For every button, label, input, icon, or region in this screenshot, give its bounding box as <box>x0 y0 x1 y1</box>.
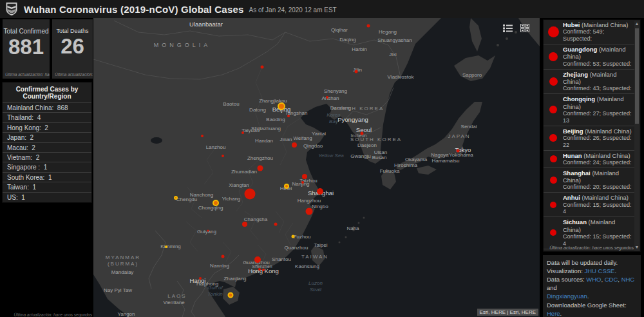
info-line: Data sources: WHO, CDC, NHC and <box>547 275 637 292</box>
country-row[interactable]: South Korea: 1 <box>3 173 91 182</box>
case-bubble[interactable] <box>457 149 460 153</box>
case-bubble[interactable] <box>287 115 290 117</box>
region-detail: Confirmed: 549; Suspected: <box>563 28 633 43</box>
region-name: Hubei (Mainland China) <box>563 21 633 28</box>
case-bubble[interactable] <box>199 277 202 280</box>
scroll-up-icon[interactable]: ▲ <box>634 21 639 27</box>
case-bubble[interactable] <box>284 184 289 189</box>
page-subtitle: As of Jan 24, 2020 12 am EST <box>249 5 337 14</box>
region-list-item[interactable]: Sichuan (Mainland China)Confirmed: 15; S… <box>544 217 634 249</box>
info-link[interactable]: NHC <box>621 276 635 283</box>
total-deaths-label: Total Deaths <box>52 28 93 34</box>
case-bubble[interactable] <box>207 230 209 232</box>
region-list-item[interactable]: Beijing (Mainland China)Confirmed: 26; S… <box>544 126 634 151</box>
right-sidebar: Hubei (Mainland China)Confirmed: 549; Su… <box>543 19 641 317</box>
total-deaths-value: 26 <box>52 35 93 58</box>
left-sidebar: Total Confirmed 881 Última actualización… <box>0 19 93 317</box>
case-bubble[interactable] <box>292 235 295 238</box>
case-bubble[interactable] <box>258 166 263 171</box>
country-row[interactable]: Vietnam: 2 <box>3 153 91 162</box>
country-row[interactable]: Macau: 2 <box>3 143 91 153</box>
region-list-panel: Hubei (Mainland China)Confirmed: 549; Su… <box>543 19 641 252</box>
region-list-item[interactable]: Shanghai (Mainland China)Confirmed: 20; … <box>544 168 634 193</box>
region-list-item[interactable]: Zhejiang (Mainland China)Confirmed: 43; … <box>544 70 634 95</box>
scrollbar[interactable]: ▲ ▼ <box>634 21 639 251</box>
country-row[interactable]: Singapore : 1 <box>3 162 91 172</box>
info-link[interactable]: Here <box>547 310 560 317</box>
basemap-grid-icon[interactable] <box>519 23 531 33</box>
region-detail: Confirmed: 24; Suspected: <box>563 159 633 166</box>
case-bubble[interactable] <box>326 96 328 99</box>
legend-list-icon[interactable] <box>502 23 513 33</box>
info-link[interactable]: CDC <box>605 276 618 283</box>
case-dot-cell <box>544 229 563 236</box>
region-text: Guangdong (Mainland China)Confirmed: 53;… <box>563 46 633 68</box>
region-detail: Confirmed: 43; Suspected: <box>563 85 633 92</box>
map-tools <box>502 23 531 33</box>
map-attribution: Esri, HERE | Esri, HERE <box>477 309 538 316</box>
case-bubble[interactable] <box>361 132 364 135</box>
case-bubble[interactable] <box>165 245 167 248</box>
scroll-down-icon[interactable]: ▼ <box>634 244 639 251</box>
case-bubble[interactable] <box>261 66 264 69</box>
jhu-shield-icon <box>5 2 18 16</box>
region-detail: Confirmed: 26; Suspected: 22 <box>563 135 633 149</box>
case-bubble[interactable] <box>242 222 247 227</box>
map-bubbles-layer <box>93 18 540 317</box>
info-link[interactable]: Dingxiangyuan <box>547 293 587 300</box>
case-bubble[interactable] <box>254 256 261 263</box>
region-name: Zhejiang (Mainland China) <box>563 71 633 86</box>
case-bubble[interactable] <box>222 155 224 157</box>
case-bubble[interactable] <box>306 208 313 215</box>
region-list-item[interactable]: Chongqing (Mainland China)Confirmed: 27;… <box>544 94 634 126</box>
region-list-item[interactable]: Anhui (Mainland China)Confirmed: 15; Sus… <box>544 193 634 217</box>
country-row[interactable]: Mainland China: 868 <box>3 103 91 113</box>
case-bubble[interactable] <box>242 131 244 134</box>
region-list-item[interactable]: Guangdong (Mainland China)Confirmed: 53;… <box>544 44 634 70</box>
scrollbar-thumb[interactable] <box>635 28 639 124</box>
info-link[interactable]: WHO <box>586 276 601 283</box>
case-bubble[interactable] <box>174 196 178 200</box>
case-bubble[interactable] <box>222 255 225 258</box>
case-bubble[interactable] <box>201 135 204 137</box>
country-row[interactable]: Hong Kong: 2 <box>3 123 91 133</box>
case-bubble[interactable] <box>228 293 234 298</box>
region-text: Zhejiang (Mainland China)Confirmed: 43; … <box>563 71 633 93</box>
case-bubble[interactable] <box>367 24 370 28</box>
region-text: Sichuan (Mainland China)Confirmed: 15; S… <box>563 218 633 247</box>
case-bubble[interactable] <box>245 189 256 200</box>
case-bubble[interactable] <box>317 188 323 195</box>
total-deaths-card: Total Deaths 26 Última actualización: h <box>52 19 93 79</box>
info-line: Downloadable Google Sheet: Here. <box>547 301 637 317</box>
region-name: Shanghai (Mainland China) <box>563 169 633 184</box>
case-dot-icon <box>550 155 557 162</box>
case-bubble[interactable] <box>213 200 219 206</box>
country-row[interactable]: Japan: 2 <box>3 133 91 142</box>
case-bubble[interactable] <box>302 174 307 179</box>
left-updated-caption: Última actualización: hace unos segundos <box>14 312 92 317</box>
case-bubble[interactable] <box>301 181 304 184</box>
case-dot-cell <box>544 77 563 86</box>
case-bubble[interactable] <box>278 102 285 110</box>
case-bubble[interactable] <box>292 142 297 148</box>
country-row[interactable]: US: 1 <box>3 193 91 202</box>
case-dot-cell <box>544 134 563 142</box>
info-line: Visualization: JHU CSSE. <box>547 267 637 275</box>
region-list-item[interactable]: Hunan (Mainland China)Confirmed: 24; Sus… <box>544 151 634 168</box>
total-deaths-updated: Última actualización: h <box>55 72 93 77</box>
country-list-title: Confirmed Cases by Country/Region <box>3 82 91 103</box>
region-list-item[interactable]: Hubei (Mainland China)Confirmed: 549; Su… <box>544 20 634 44</box>
case-bubble[interactable] <box>355 70 358 73</box>
case-dot-icon <box>550 229 556 236</box>
info-link[interactable]: JHU CSSE <box>584 267 614 274</box>
case-bubble[interactable] <box>262 269 265 271</box>
region-detail: Confirmed: 27; Suspected: 13 <box>563 110 633 124</box>
page-title: Wuhan Coronavirus (2019-nCoV) Global Cas… <box>24 4 244 15</box>
case-bubble[interactable] <box>274 223 278 226</box>
case-bubble[interactable] <box>258 268 261 271</box>
map-viewport[interactable]: UlaanbaatarMONGOLIAQiqiharHegangDaqingSh… <box>93 18 540 317</box>
country-row[interactable]: Thailand: 4 <box>3 113 91 122</box>
case-dot-cell <box>544 155 563 162</box>
info-line: Dingxiangyuan. <box>547 292 637 300</box>
country-row[interactable]: Taiwan: 1 <box>3 182 91 192</box>
